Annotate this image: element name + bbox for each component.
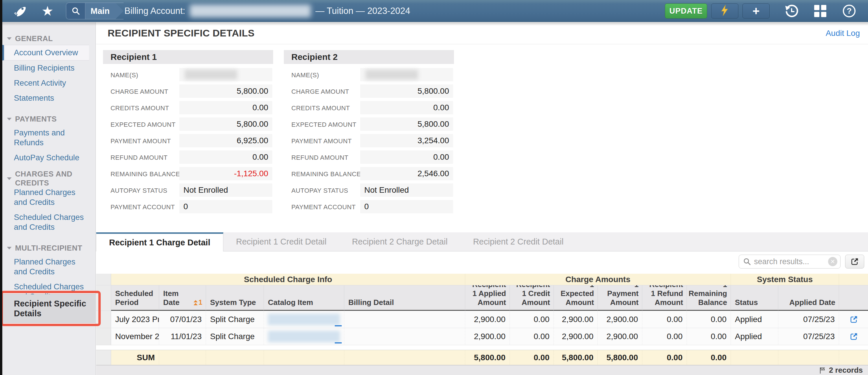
sidebar-item-recent-activity[interactable]: Recent Activity	[2, 75, 89, 91]
column-header-recipient-1-refund-amount[interactable]: Recipient 1 Refund Amount	[642, 285, 687, 311]
open-in-new-window-button[interactable]	[845, 255, 864, 269]
field-payment-amount: PAYMENT AMOUNT6,925.00	[103, 134, 273, 151]
column-header-recipient-1-remaining-balance[interactable]: Recipient 1 Remaining Balance	[687, 285, 731, 311]
field-value: 5,800.00	[179, 118, 272, 131]
add-button[interactable]: +	[742, 3, 770, 19]
field-value: 3,254.00	[360, 134, 453, 147]
sidebar-item-planned-charges-and-credits[interactable]: Planned Charges and Credits	[2, 185, 89, 210]
field-label: CREDITS AMOUNT	[111, 104, 169, 112]
column-header-item-date[interactable]: Item Date1	[159, 285, 206, 311]
breadcrumb-main-label: Main	[91, 6, 110, 16]
record-title-suffix: — Tuition — 2023-2024	[315, 6, 410, 16]
field-label: EXPECTED AMOUNT	[111, 121, 176, 128]
column-header-billing-detail[interactable]: Billing Detail	[344, 285, 465, 311]
field-label: CREDITS AMOUNT	[291, 104, 350, 112]
recipient-panel-title: Recipient 2	[284, 50, 454, 64]
column-header-recipient-1-credit-amount[interactable]: Recipient 1 Credit Amount	[510, 285, 554, 311]
sum-system-type	[206, 350, 264, 365]
tab-recipient-1-charge-detail[interactable]: Recipient 1 Charge Detail	[96, 232, 223, 251]
tab-recipient-1-credit-detail[interactable]: Recipient 1 Credit Detail	[223, 232, 339, 251]
cell-applied-date: 07/25/23	[778, 311, 839, 328]
sidebar-item-autopay-schedule[interactable]: AutoPay Schedule	[2, 150, 89, 165]
sidebar-item-billing-recipients[interactable]: Billing Recipients	[2, 60, 89, 75]
clear-search-icon[interactable]: ✕	[828, 257, 837, 266]
sidebar-section-payments: PAYMENTSPayments and RefundsAutoPay Sche…	[2, 113, 95, 165]
tab-recipient-2-credit-detail[interactable]: Recipient 2 Credit Detail	[460, 232, 576, 251]
sidebar-section-header-charges-and-credits[interactable]: CHARGES AND CREDITS	[2, 172, 95, 185]
redacted-name-value	[365, 70, 418, 80]
field-credits-amount: CREDITS AMOUNT0.00	[103, 101, 273, 118]
record-title: Billing Account: — Tuition — 2023-2024	[124, 0, 410, 22]
field-label: REFUND AMOUNT	[111, 154, 167, 161]
rocket-icon[interactable]	[13, 4, 27, 18]
cell-system-type: Split Charge	[206, 311, 264, 328]
history-icon[interactable]	[784, 4, 799, 18]
column-header-recipient-1-payment-amount[interactable]: Recipient 1 Payment Amount	[598, 285, 642, 311]
sidebar-item-planned-charges-and-credits[interactable]: Planned Charges and Credits	[2, 254, 89, 279]
row-open-record-button[interactable]	[839, 311, 868, 328]
sidebar-item-payments-and-refunds[interactable]: Payments and Refunds	[2, 125, 89, 150]
tab-recipient-2-charge-detail[interactable]: Recipient 2 Charge Detail	[339, 232, 460, 251]
column-header-label: Status	[735, 298, 758, 307]
sum-recipient-1-payment-amount: 5,800.00	[598, 350, 642, 365]
sidebar-item-scheduled-charges-and-credits[interactable]: Scheduled Charges and Credits	[2, 210, 89, 235]
row-gutter[interactable]	[96, 328, 111, 345]
cell-applied-date: 07/25/23	[778, 328, 839, 345]
header-gutter	[96, 285, 111, 311]
column-header-applied-date[interactable]: Applied Date	[778, 285, 839, 311]
section-label: MULTI-RECIPIENT	[15, 244, 82, 253]
column-header-scheduled-period[interactable]: Scheduled Period	[111, 285, 159, 311]
field-value: 2,546.00	[360, 167, 453, 180]
redacted-name-value	[185, 70, 237, 80]
cell-recipient-1-applied-amount: 2,900.00	[465, 328, 510, 345]
group-header-system-status: System Status	[731, 274, 839, 285]
sidebar-item-recipient-specific-details-annotated[interactable]: Recipient Specific Details	[2, 294, 95, 323]
field-name-s: NAME(S)	[284, 68, 454, 85]
column-header-recipient-1-applied-amount[interactable]: Recipient 1 Applied Amount	[465, 285, 510, 311]
field-remaining-balance: REMAINING BALANCE2,546.00	[284, 167, 454, 183]
column-header-system-type[interactable]: System Type	[206, 285, 264, 311]
sidebar-item-account-overview[interactable]: Account Overview	[2, 45, 89, 60]
sum-recipient-1-remaining-balance: 0.00	[687, 350, 731, 365]
field-value: Not Enrolled	[179, 183, 272, 197]
search-input[interactable]	[754, 257, 828, 266]
cell-status: Applied	[731, 328, 778, 345]
sidebar-nav: GENERALAccount OverviewBilling Recipient…	[2, 22, 96, 375]
breadcrumb-main[interactable]: Main	[85, 3, 124, 19]
row-gutter[interactable]	[96, 311, 111, 328]
catalog-item-link[interactable]	[264, 311, 344, 328]
field-value: 0.00	[360, 151, 453, 164]
sidebar-section-header-multi-recipient[interactable]: MULTI-RECIPIENT	[2, 242, 95, 254]
sidebar-section-header-payments[interactable]: PAYMENTS	[2, 113, 95, 125]
column-header-label: Recipient 1 Expected Amount	[558, 285, 594, 307]
field-remaining-balance: REMAINING BALANCE-1,125.00	[103, 167, 273, 183]
cell-recipient-1-remaining-balance: 0.00	[687, 311, 731, 328]
catalog-item-link[interactable]	[264, 328, 344, 345]
update-button[interactable]: UPDATE	[665, 3, 707, 19]
sum-item-date	[159, 350, 206, 365]
breadcrumb: Main	[66, 3, 124, 20]
sidebar-item-statements[interactable]: Statements	[2, 91, 89, 105]
cell-billing-detail	[344, 328, 465, 345]
sidebar-section-general: GENERALAccount OverviewBilling Recipient…	[2, 32, 95, 105]
help-icon[interactable]: ?	[842, 4, 857, 18]
column-header-status[interactable]: Status	[731, 285, 778, 311]
column-header-recipient-1-expected-amount[interactable]: Recipient 1 Expected Amount	[554, 285, 598, 311]
sum-recipient-1-applied-amount: 5,800.00	[465, 350, 510, 365]
audit-log-link[interactable]: Audit Log	[826, 29, 860, 38]
topbar: ★ Main Billing Account: — Tuition — 2023…	[0, 0, 868, 22]
sidebar-section-header-general[interactable]: GENERAL	[2, 32, 95, 45]
row-open-record-button[interactable]	[839, 328, 868, 345]
sum-catalog-item	[264, 350, 344, 365]
field-payment-amount: PAYMENT AMOUNT3,254.00	[284, 134, 454, 151]
field-refund-amount: REFUND AMOUNT0.00	[103, 151, 273, 167]
apps-grid-icon[interactable]	[813, 4, 828, 18]
search-icon[interactable]	[66, 3, 85, 19]
search-icon	[743, 257, 751, 265]
external-link-icon	[849, 315, 858, 324]
quick-actions-button[interactable]	[711, 3, 738, 19]
star-icon[interactable]: ★	[40, 4, 54, 18]
redacted-account-name	[190, 5, 311, 18]
field-label: NAME(S)	[111, 71, 138, 79]
column-header-catalog-item[interactable]: Catalog Item	[264, 285, 344, 311]
